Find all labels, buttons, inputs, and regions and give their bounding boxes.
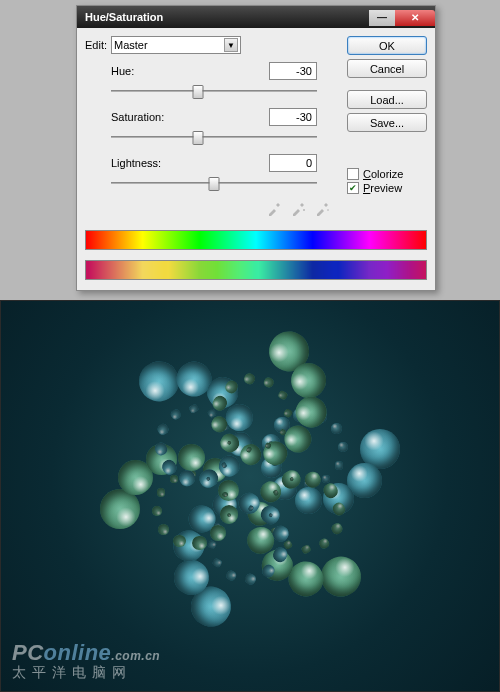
minimize-button[interactable]: — (369, 10, 395, 26)
lightness-slider[interactable] (111, 174, 317, 192)
lightness-field[interactable] (269, 154, 317, 172)
saturation-label: Saturation: (111, 111, 269, 123)
hue-thumb[interactable] (192, 85, 203, 99)
chevron-down-icon: ▼ (224, 38, 238, 52)
preview-label: Preview (363, 182, 402, 194)
watermark-cn: 太平洋电脑网 (12, 664, 160, 682)
close-button[interactable]: ✕ (395, 10, 435, 26)
load-button[interactable]: Load... (347, 90, 427, 109)
hue-saturation-dialog: Hue/Saturation — ✕ Edit: Master ▼ H (76, 5, 436, 291)
spectrum-bar-bottom (85, 260, 427, 280)
hue-field[interactable] (269, 62, 317, 80)
lightness-label: Lightness: (111, 157, 269, 169)
colorize-checkbox[interactable]: Colorize (347, 168, 427, 180)
edit-select[interactable]: Master ▼ (111, 36, 241, 54)
eyedropper-minus-icon[interactable] (315, 200, 331, 216)
spectrum-bar-top (85, 230, 427, 250)
saturation-field[interactable] (269, 108, 317, 126)
edit-value: Master (114, 39, 148, 51)
hue-label: Hue: (111, 65, 269, 77)
upper-panel: Hue/Saturation — ✕ Edit: Master ▼ H (0, 0, 500, 300)
preview-canvas: PConline.com.cn 太平洋电脑网 (0, 300, 500, 692)
cancel-button[interactable]: Cancel (347, 59, 427, 78)
saturation-thumb[interactable] (192, 131, 203, 145)
eyedropper-plus-icon[interactable] (291, 200, 307, 216)
titlebar[interactable]: Hue/Saturation — ✕ (77, 6, 435, 28)
edit-label: Edit: (85, 39, 111, 51)
dialog-title: Hue/Saturation (85, 11, 369, 23)
saturation-slider[interactable] (111, 128, 317, 146)
hue-slider[interactable] (111, 82, 317, 100)
watermark: PConline.com.cn 太平洋电脑网 (12, 640, 160, 682)
ok-button[interactable]: OK (347, 36, 427, 55)
watermark-brand: PConline.com.cn (12, 640, 160, 665)
eyedropper-icon[interactable] (267, 200, 283, 216)
colorize-label: Colorize (363, 168, 403, 180)
fractal-art (80, 309, 420, 649)
preview-checkbox[interactable]: Preview (347, 182, 427, 194)
save-button[interactable]: Save... (347, 113, 427, 132)
lightness-thumb[interactable] (209, 177, 220, 191)
eyedropper-group (85, 200, 341, 216)
checkbox-checked-icon (347, 182, 359, 194)
checkbox-icon (347, 168, 359, 180)
